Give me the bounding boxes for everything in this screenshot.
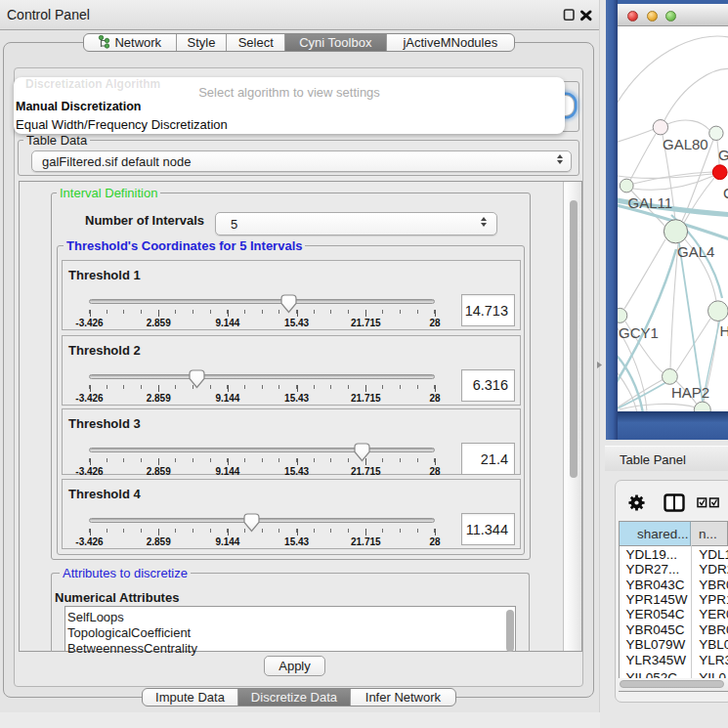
svg-text:HAP2: HAP2	[671, 384, 709, 401]
svg-text:C: C	[723, 185, 728, 201]
svg-text:GAL11: GAL11	[627, 194, 672, 211]
svg-text:G: G	[718, 147, 728, 163]
svg-text:GAL4: GAL4	[677, 243, 714, 260]
svg-text:GAL80: GAL80	[663, 136, 708, 152]
svg-text:H: H	[719, 322, 728, 339]
svg-text:GCY1: GCY1	[619, 324, 659, 341]
